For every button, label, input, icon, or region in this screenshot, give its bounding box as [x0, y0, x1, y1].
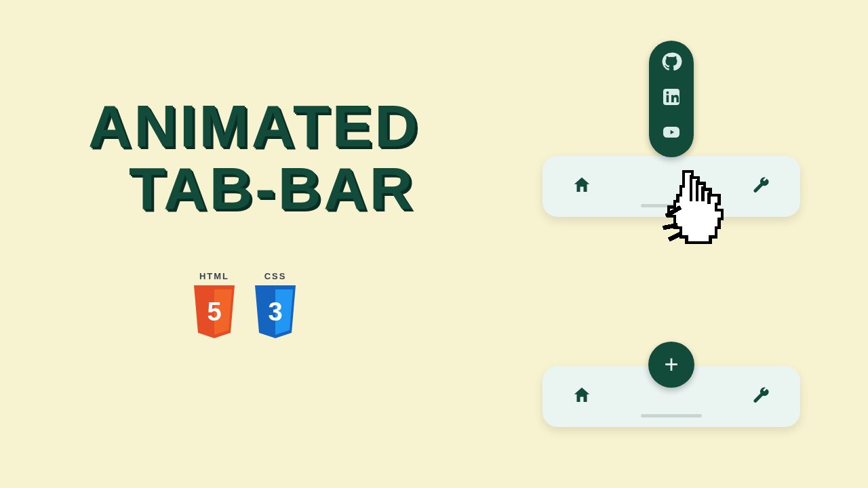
- svg-rect-1: [667, 95, 669, 102]
- home-icon: [572, 175, 592, 198]
- youtube-icon: [660, 121, 682, 146]
- tab-tools-button[interactable]: [747, 383, 774, 410]
- tab-tools-button[interactable]: [747, 173, 774, 200]
- wrench-icon: [751, 385, 771, 408]
- social-linkedin-button[interactable]: [658, 85, 684, 111]
- linkedin-icon: [660, 86, 682, 110]
- social-youtube-button[interactable]: [658, 121, 684, 146]
- css3-shield-icon: 3: [251, 284, 300, 341]
- fab-add-button[interactable]: +: [648, 342, 694, 388]
- html5-shield-icon: 5: [190, 284, 239, 341]
- headline-line-2: Tab-Bar: [129, 157, 468, 220]
- social-github-button[interactable]: [658, 50, 684, 76]
- svg-point-2: [666, 92, 669, 94]
- tech-badges: HTML 5 CSS 3: [190, 271, 300, 341]
- css3-label: CSS: [264, 271, 287, 281]
- headline-line-1: Animated: [88, 95, 468, 157]
- html5-badge: HTML 5: [190, 271, 239, 341]
- tab-home-button[interactable]: [568, 173, 595, 200]
- github-icon: [660, 51, 682, 75]
- html5-label: HTML: [199, 271, 229, 281]
- tab-home-button[interactable]: [568, 383, 595, 410]
- home-icon: [572, 385, 592, 408]
- plus-icon: +: [664, 350, 678, 379]
- css3-badge: CSS 3: [251, 271, 300, 341]
- html5-glyph: 5: [207, 298, 221, 326]
- tab-bar-collapsed: +: [542, 366, 800, 427]
- fab-social-menu[interactable]: [649, 41, 694, 157]
- wrench-icon: [751, 175, 771, 198]
- css3-glyph: 3: [268, 298, 282, 326]
- page-title: Animated Tab-Bar: [88, 95, 468, 220]
- tab-bar-expanded: [542, 156, 800, 217]
